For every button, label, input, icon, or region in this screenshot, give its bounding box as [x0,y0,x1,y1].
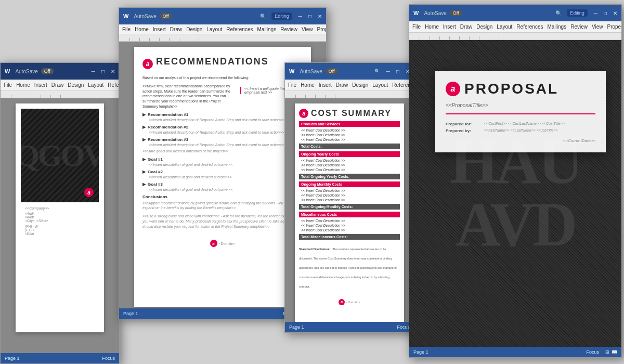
intro-text-2: Based on our analysis of this project we… [142,75,303,81]
word-window-1[interactable]: W AutoSave Off ─ □ ✕ File Home Insert Dr… [0,62,120,364]
ribbon-layout-1[interactable]: Layout [88,82,103,88]
rec1-head: ▶ Recommendation #1 [142,112,303,117]
view-icons-4: ⊞ 📖 [605,349,617,355]
ribbon-prop-4[interactable]: Properties [607,24,622,30]
ribbon-mail-2[interactable]: Mailings [257,27,276,32]
search-icon-3[interactable]: 🔍 [374,69,380,74]
ribbon-draw-1[interactable]: Draw [51,82,63,88]
metal-bg-image-1: QGOV a [21,109,99,202]
cs-misc-line3: << Insert Cost Description >> [299,228,400,232]
ribbon-draw-4[interactable]: Draw [460,24,472,30]
status-bar-1: Page 1 Focus [1,353,119,363]
ribbon-draw-2[interactable]: Draw [170,27,182,32]
ruler-4 [409,33,621,40]
ruler-2 [119,34,326,42]
ribbon-design-3[interactable]: Design [352,82,368,88]
view-normal-icon-4[interactable]: ⊞ [605,349,609,355]
cs-total-costs-header: Total Costs: [299,144,400,149]
ribbon-insert-2[interactable]: Insert [153,27,166,32]
maximize-btn-4[interactable]: □ [604,10,607,16]
view-read-icon-4[interactable]: 📖 [612,349,617,355]
ribbon-file-2[interactable]: File [122,27,131,32]
minimize-btn-4[interactable]: ─ [594,10,597,16]
ribbon-design-2[interactable]: Design [186,27,202,32]
addr1: «Addr [25,212,95,215]
prop-title-text: PROPOSAL [464,81,558,97]
ribbon-file-4[interactable]: File [412,24,421,30]
autosave-label-3: AutoSave [300,69,322,74]
conclusions-label: Conclusions [142,194,303,199]
word-window-3[interactable]: W AutoSave Off 🔍 ─ □ ✕ File Home Insert … [284,62,414,333]
goal3-body: <<Insert description of goal and desired… [149,188,303,191]
cs-monthly-line1: << Insert Cost Description >> [299,188,400,193]
autosave-toggle-2[interactable]: Off [160,13,172,19]
cs-prod-line3: << Insert Cost Description >> [299,137,400,142]
close-btn-2[interactable]: ✕ [318,14,322,19]
ribbon-refer-4[interactable]: References [516,24,543,30]
ribbon-home-1[interactable]: Home [16,82,30,88]
minimize-btn-3[interactable]: ─ [386,69,390,74]
ribbon-insert-3[interactable]: Insert [319,82,332,88]
search-icon-4[interactable]: 🔍 [555,10,562,16]
ribbon-layout-4[interactable]: Layout [497,24,512,30]
autosave-toggle-4[interactable]: Off [450,10,462,16]
prop-date: <<CurrentDate>> [446,138,595,143]
prop-by-label: Prepared by: [446,128,482,133]
cs-footer: a «Domain» [299,296,400,305]
autosave-label-2: AutoSave [134,14,156,19]
ribbon-design-4[interactable]: Design [476,24,492,30]
ribbon-layout-2[interactable]: Layout [206,27,222,32]
goal1-head: ▶ Goal #1 [142,157,303,162]
word-window-4[interactable]: W AutoSave Off 🔍 Editing ─ □ ✕ File Home… [409,4,622,358]
autosave-toggle-3[interactable]: Off [326,68,338,74]
autosave-label-1: AutoSave [15,69,37,74]
ribbon-insert-4[interactable]: Insert [443,24,456,30]
search-icon-2[interactable]: 🔍 [260,14,266,19]
prop-prepared-for-row: Prepared for: <<CustFirst>> <<CustLastNa… [446,122,595,126]
ribbon-home-4[interactable]: Home [425,24,439,30]
ribbon-file-3[interactable]: File [288,82,296,88]
close-btn-4[interactable]: ✕ [613,10,617,16]
ribbon-mail-4[interactable]: Mailings [547,24,566,30]
ribbon-file-1[interactable]: File [4,82,12,88]
ribbon-review-2[interactable]: Review [280,27,297,32]
ribbon-refer-1[interactable]: References [108,82,120,88]
doc-area-1: QGOV a <<Company>> «Addr «Addr «City», «… [1,98,119,353]
cs-total-monthly-header: Total Ongoing Monthly Costs: [299,204,400,210]
ribbon-prop-2[interactable]: Properties [317,27,327,32]
page-indicator-3: Page 1 [289,324,304,330]
cs-disclaimer-label: Standard Disclaimer: [299,248,330,251]
close-btn-1[interactable]: ✕ [111,69,115,74]
logo-mark-2: a [142,59,153,69]
ribbon-view-4[interactable]: View [592,24,603,30]
page-indicator-4: Page 1 [413,349,428,355]
maximize-btn-2[interactable]: □ [308,14,311,19]
goal2-body: <<Insert description of goal and desired… [149,175,303,179]
ribbon-layout-3[interactable]: Layout [372,82,388,88]
ribbon-draw-3[interactable]: Draw [336,82,348,88]
editing-badge-2: Editing [271,12,292,20]
ribbon-view-2[interactable]: View [302,27,313,32]
goal3-head: ▶ Goal #3 [142,182,303,187]
minimize-btn-1[interactable]: ─ [92,69,95,74]
autosave-toggle-1[interactable]: Off [41,68,54,74]
ribbon-home-3[interactable]: Home [301,82,315,88]
title-bar-4: W AutoSave Off 🔍 Editing ─ □ ✕ [409,5,621,21]
minimize-btn-2[interactable]: ─ [298,14,302,19]
ribbon-refer-2[interactable]: References [226,27,253,32]
ribbon-home-2[interactable]: Home [135,27,149,32]
word-logo-2: W [123,13,128,19]
maximize-btn-3[interactable]: □ [396,69,399,74]
ruler-3 [285,91,414,98]
ribbon-review-4[interactable]: Review [570,24,588,30]
ribbon-insert-1[interactable]: Insert [34,82,47,88]
rec3-body: <<Insert detailed description of Require… [149,143,303,147]
company-placeholder: <<Company>> [25,206,95,210]
footer-logo-mark-2: a [210,240,217,247]
page-content-1: <<Company>> «Addr «Addr «City», «State» … [21,202,99,240]
proposal-card: a PROPOSAL <<ProposalTitle>> Prepared fo… [435,71,606,152]
doc-title-2: RECOMMENDATIONS [156,56,269,67]
maximize-btn-1[interactable]: □ [101,69,105,74]
ribbon-design-1[interactable]: Design [68,82,84,88]
cs-yearly-header: Ongoing Yearly Costs [299,151,400,157]
